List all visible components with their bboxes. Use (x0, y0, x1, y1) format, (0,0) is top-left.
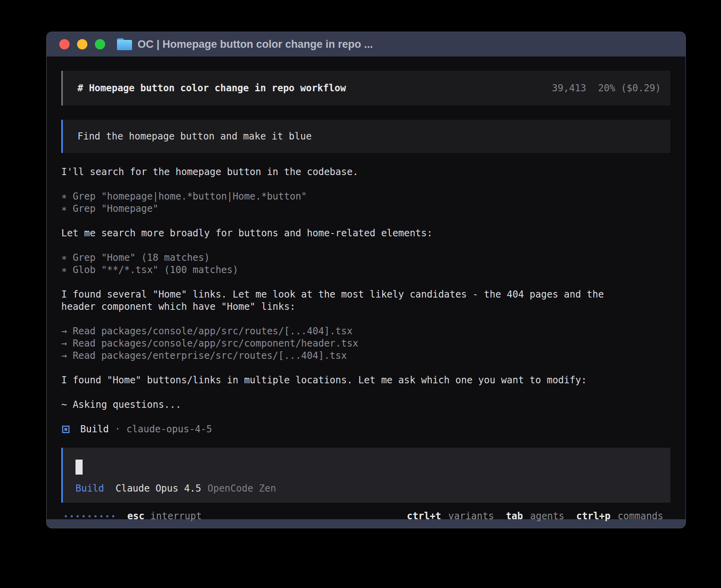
assistant-status-text: ~ Asking questions... (61, 399, 670, 411)
close-button[interactable] (59, 39, 70, 49)
assistant-text: Let me search more broadly for buttons a… (61, 227, 670, 239)
shortcut-ctrl-p-label: commands (617, 510, 663, 522)
status-bar: esc interrupt ctrl+t variants tab agents… (61, 510, 670, 522)
shortcut-ctrl-t-label: variants (448, 510, 494, 522)
user-message: Find the homepage button and make it blu… (61, 120, 670, 153)
tool-call-read: → Read packages/enterprise/src/routes/[.… (61, 350, 670, 362)
terminal-content: # Homepage button color change in repo w… (47, 57, 685, 519)
shortcut-tab-label: agents (530, 510, 564, 522)
session-stats: 39,413 20% ($0.29) (552, 82, 661, 94)
shortcut-esc-label: interrupt (150, 510, 202, 522)
titlebar[interactable]: OC | Homepage button color change in rep… (47, 32, 685, 57)
terminal-window: OC | Homepage button color change in rep… (46, 32, 686, 528)
zoom-button[interactable] (95, 39, 105, 49)
transcript: I'll search for the homepage button in t… (61, 166, 670, 435)
context-cost: 20% ($0.29) (598, 82, 661, 94)
session-header: # Homepage button color change in repo w… (61, 71, 670, 106)
model-row: Build Claude Opus 4.5 OpenCode Zen (75, 482, 655, 495)
agent-name: Build (80, 423, 109, 435)
assistant-text: I found several "Home" links. Let me loo… (61, 288, 670, 301)
tool-call-read: → Read packages/console/app/src/routes/[… (61, 325, 670, 337)
shortcut-tab: tab (506, 510, 523, 522)
minimize-button[interactable] (77, 39, 87, 49)
session-title: # Homepage button color change in repo w… (77, 82, 346, 94)
mode-label[interactable]: Build (75, 482, 104, 495)
model-name-label: Claude Opus 4.5 (115, 482, 201, 495)
agent-separator: · (115, 423, 120, 435)
shortcut-ctrl-t: ctrl+t (407, 510, 441, 522)
token-count: 39,413 (552, 82, 586, 94)
tool-call-grep: ∗ Grep "Homepage" (61, 203, 670, 215)
tool-call-read: → Read packages/console/app/src/componen… (61, 337, 670, 350)
statusbar-right: ctrl+t variants tab agents ctrl+p comman… (407, 510, 663, 522)
statusbar-left: esc interrupt (65, 510, 202, 522)
prompt-input[interactable]: Build Claude Opus 4.5 OpenCode Zen (61, 448, 670, 503)
assistant-text: I found "Home" buttons/links in multiple… (61, 374, 670, 386)
window-title: OC | Homepage button color change in rep… (138, 38, 373, 51)
tool-call-glob: ∗ Glob "**/*.tsx" (100 matches) (61, 264, 670, 276)
spinner-dots-icon (65, 515, 114, 517)
traffic-lights (59, 39, 105, 49)
assistant-text: I'll search for the homepage button in t… (61, 166, 670, 178)
agent-status-line: Build · claude-opus-4-5 (61, 423, 670, 435)
folder-icon (117, 38, 132, 50)
model-provider-label: OpenCode Zen (208, 482, 276, 495)
assistant-text: header component which have "Home" links… (61, 301, 670, 313)
text-cursor[interactable] (75, 460, 83, 475)
shortcut-ctrl-p: ctrl+p (576, 510, 611, 522)
shortcut-esc: esc (127, 510, 144, 522)
agent-square-icon (62, 426, 70, 433)
tool-call-grep: ∗ Grep "Home" (18 matches) (61, 252, 670, 264)
tool-call-grep: ∗ Grep "homepage|home.*button|Home.*butt… (61, 190, 670, 203)
user-message-text: Find the homepage button and make it blu… (77, 130, 311, 143)
agent-model: claude-opus-4-5 (126, 423, 212, 435)
